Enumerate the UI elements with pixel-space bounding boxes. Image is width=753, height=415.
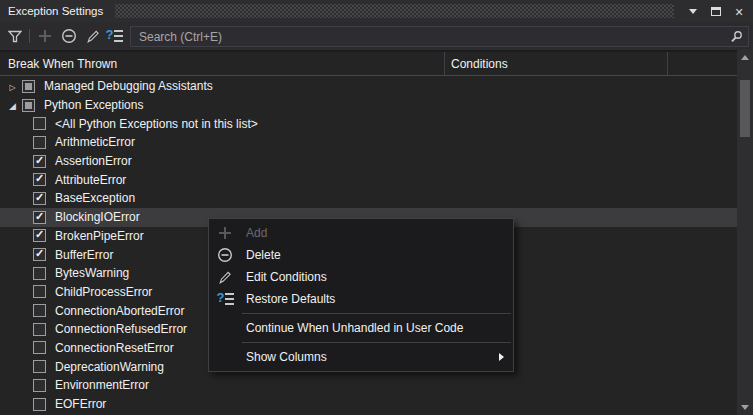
plus-icon <box>39 30 51 42</box>
context-menu: Add Delete Edit Conditions ? Rest <box>208 218 514 372</box>
exception-checkbox[interactable] <box>33 323 46 336</box>
float-window-icon <box>711 7 721 16</box>
exception-checkbox[interactable] <box>33 229 46 242</box>
question-checklist-icon: ? <box>215 292 235 306</box>
titlebar-grip[interactable] <box>115 4 674 18</box>
menu-item-restore-defaults[interactable]: ? Restore Defaults <box>209 288 513 310</box>
exception-checkbox[interactable] <box>33 304 46 317</box>
exception-label: ArithmeticError <box>55 135 135 149</box>
exception-checkbox[interactable] <box>22 99 35 112</box>
exception-label: ConnectionResetError <box>55 341 174 355</box>
scroll-up-button[interactable] <box>737 50 753 65</box>
delete-button[interactable] <box>58 25 80 47</box>
filter-icon <box>8 30 22 43</box>
menu-item-label: Edit Conditions <box>246 270 327 284</box>
exception-label: BlockingIOError <box>55 210 140 224</box>
circle-minus-icon <box>61 28 77 44</box>
exception-row[interactable]: Managed Debugging Assistants <box>0 77 737 96</box>
exception-label: EnvironmentError <box>55 378 149 392</box>
exception-row[interactable]: BaseException <box>0 189 737 208</box>
exception-label: Managed Debugging Assistants <box>44 79 213 93</box>
exception-checkbox[interactable] <box>33 173 46 186</box>
exception-checkbox[interactable] <box>33 155 46 168</box>
plus-icon <box>215 227 235 239</box>
submenu-arrow-icon <box>499 353 504 361</box>
pencil-icon <box>215 270 235 285</box>
menu-item-show-columns[interactable]: Show Columns <box>209 346 513 368</box>
exception-settings-panel: Exception Settings <box>0 0 753 415</box>
exception-checkbox[interactable] <box>33 136 46 149</box>
chevron-down-icon <box>689 9 697 14</box>
exception-label: ChildProcessError <box>55 285 152 299</box>
exception-row[interactable]: EnvironmentError <box>0 376 737 395</box>
exception-checkbox[interactable] <box>33 267 46 280</box>
column-header-filler <box>668 52 737 75</box>
toolbar: ? <box>0 22 753 50</box>
search-icon[interactable] <box>729 30 743 44</box>
menu-separator <box>242 342 511 343</box>
menu-item-edit-conditions[interactable]: Edit Conditions <box>209 266 513 288</box>
menu-item-label: Delete <box>246 248 281 262</box>
scroll-down-icon <box>741 405 749 410</box>
filter-button[interactable] <box>4 25 26 47</box>
exception-row[interactable]: AssertionError <box>0 152 737 171</box>
exception-checkbox[interactable] <box>33 398 46 411</box>
exception-row[interactable]: ArithmeticError <box>0 133 737 152</box>
vertical-scrollbar[interactable] <box>737 50 753 415</box>
exception-row[interactable]: AttributeError <box>0 170 737 189</box>
search-box[interactable] <box>130 26 749 47</box>
exception-checkbox[interactable] <box>33 192 46 205</box>
column-header-conditions[interactable]: Conditions <box>445 52 668 75</box>
restore-defaults-button[interactable]: ? <box>103 25 125 47</box>
exception-checkbox[interactable] <box>33 117 46 130</box>
exception-label: <All Python Exceptions not in this list> <box>55 117 258 131</box>
exception-checkbox[interactable] <box>22 80 35 93</box>
exception-checkbox[interactable] <box>33 360 46 373</box>
exception-checkbox[interactable] <box>33 285 46 298</box>
menu-item-continue-when-unhandled[interactable]: Continue When Unhandled in User Code <box>209 317 513 339</box>
exception-row[interactable]: EOFError <box>0 395 737 414</box>
exception-row[interactable]: Python Exceptions <box>0 96 737 115</box>
close-button[interactable] <box>730 2 748 20</box>
panel-titlebar[interactable]: Exception Settings <box>0 0 753 22</box>
exception-label: AttributeError <box>55 173 126 187</box>
edit-conditions-button[interactable] <box>82 25 104 47</box>
menu-item-label: Add <box>246 226 267 240</box>
add-button <box>34 25 56 47</box>
exception-label: BufferError <box>55 248 113 262</box>
menu-item-label: Show Columns <box>246 350 327 364</box>
toolbar-separator <box>29 29 30 43</box>
expander-icon[interactable] <box>6 98 19 112</box>
search-input[interactable] <box>131 30 729 44</box>
exception-label: BrokenPipeError <box>55 229 144 243</box>
exception-label: BytesWarning <box>55 266 129 280</box>
question-checklist-icon: ? <box>106 29 123 43</box>
exception-label: Python Exceptions <box>44 98 143 112</box>
exception-label: AssertionError <box>55 154 132 168</box>
column-header-break-when-thrown[interactable]: Break When Thrown <box>0 52 445 75</box>
expander-icon[interactable] <box>6 79 19 93</box>
column-headers: Break When Thrown Conditions <box>0 50 737 76</box>
exception-label: DeprecationWarning <box>55 360 164 374</box>
scroll-thumb[interactable] <box>740 80 750 137</box>
close-icon <box>734 2 743 20</box>
menu-item-add: Add <box>209 222 513 244</box>
menu-item-delete[interactable]: Delete <box>209 244 513 266</box>
exception-checkbox[interactable] <box>33 211 46 224</box>
exception-checkbox[interactable] <box>33 341 46 354</box>
scroll-down-button[interactable] <box>737 400 753 415</box>
circle-minus-icon <box>215 247 235 263</box>
scroll-up-icon <box>741 55 749 60</box>
window-position-button[interactable] <box>684 2 702 20</box>
panel-title: Exception Settings <box>0 5 103 17</box>
exception-checkbox[interactable] <box>33 248 46 261</box>
exception-checkbox[interactable] <box>33 379 46 392</box>
exception-label: ConnectionRefusedError <box>55 322 187 336</box>
float-window-button[interactable] <box>707 2 725 20</box>
exception-row[interactable]: <All Python Exceptions not in this list> <box>0 114 737 133</box>
menu-item-label: Continue When Unhandled in User Code <box>246 321 463 335</box>
pencil-icon <box>86 29 101 44</box>
exception-label: EOFError <box>55 397 106 411</box>
exception-label: BaseException <box>55 191 135 205</box>
exception-label: ConnectionAbortedError <box>55 304 184 318</box>
